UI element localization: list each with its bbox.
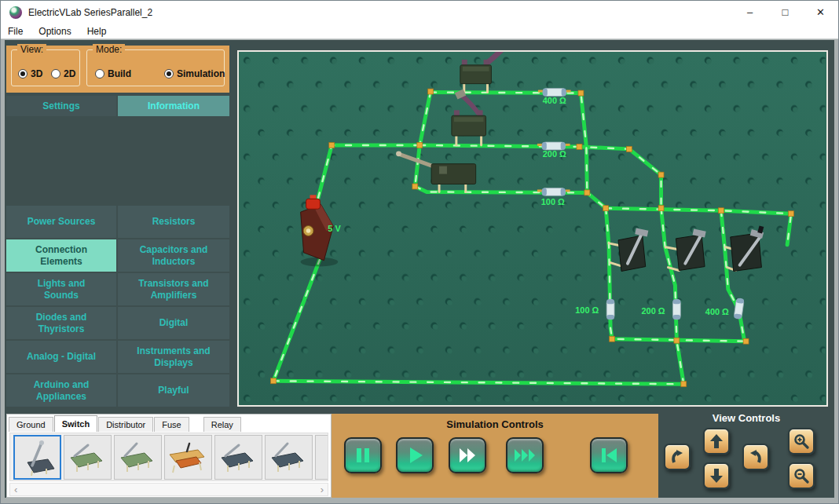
restart-button[interactable]: [590, 437, 628, 473]
radio-simulation[interactable]: [164, 69, 174, 79]
app-window: ElectricVLab SeriesParallel_2 – □ ✕ File…: [0, 0, 839, 504]
category-power-sources[interactable]: Power Sources: [6, 206, 116, 238]
title-bar: ElectricVLab SeriesParallel_2 – □ ✕: [1, 1, 838, 24]
fastest-icon: [514, 445, 536, 466]
tab-fuse[interactable]: Fuse: [154, 417, 189, 432]
tab-relay[interactable]: Relay: [203, 417, 241, 432]
simulation-controls-panel: Simulation Controls: [332, 414, 658, 498]
scroll-left-icon[interactable]: ‹: [14, 484, 17, 495]
move-up-button[interactable]: [703, 428, 730, 455]
thumbnail-switch-dark-b[interactable]: [265, 435, 313, 480]
category-transistors-amplifiers[interactable]: Transistors and Amplifiers: [118, 273, 229, 305]
tab-information[interactable]: Information: [118, 96, 229, 116]
play-button[interactable]: [396, 437, 434, 473]
play-icon: [405, 445, 425, 466]
category-capacitors-inductors[interactable]: Capacitors and Inductors: [118, 239, 229, 272]
thumbnail-scrollbar[interactable]: ‹ ›: [9, 483, 328, 496]
component-panel: Ground Switch Distributor Fuse Relay: [6, 414, 332, 498]
thumbnail-knife-switch[interactable]: [13, 435, 61, 480]
radio-3d-label: 3D: [31, 68, 42, 79]
view-group-label: View:: [17, 44, 46, 55]
rotate-right-button[interactable]: [742, 444, 769, 470]
window-bottom-border: [1, 498, 838, 503]
thumbnail-switch-dark-a[interactable]: [214, 435, 262, 480]
pause-button[interactable]: [344, 437, 382, 473]
move-down-button[interactable]: [703, 462, 730, 489]
category-lights-sounds[interactable]: Lights and Sounds: [6, 273, 116, 305]
menu-file[interactable]: File: [1, 26, 31, 37]
parallel-label-100: 100 Ω: [575, 305, 599, 315]
battery-label: 5 V: [328, 224, 341, 233]
resistor-200-parallel[interactable]: [672, 299, 680, 320]
menu-bar: File Options Help: [1, 24, 838, 39]
view-group: View: 3D 2D: [11, 49, 80, 86]
zoom-out-icon: [793, 468, 809, 484]
view-controls-panel: View Controls: [658, 408, 834, 498]
category-digital[interactable]: Digital: [118, 307, 229, 339]
mode-group: Mode: Build Simulation: [86, 49, 225, 86]
view-controls-title: View Controls: [658, 412, 834, 424]
zoom-out-button[interactable]: [788, 462, 815, 489]
fastest-button[interactable]: [506, 437, 544, 473]
category-diodes-thyristors[interactable]: Diodes and Thyristors: [6, 307, 116, 339]
rotate-left-icon: [669, 449, 685, 465]
radio-2d[interactable]: [51, 69, 60, 79]
radio-3d[interactable]: [18, 69, 27, 79]
category-grid: Power Sources Resistors Connection Eleme…: [6, 206, 229, 407]
maximize-button[interactable]: □: [768, 1, 803, 24]
category-connection-elements[interactable]: Connection Elements: [6, 239, 116, 272]
tab-distributor[interactable]: Distributor: [98, 417, 153, 432]
pause-icon: [353, 445, 373, 466]
main-area: View: 3D 2D Mode: Build Simulat: [5, 40, 834, 498]
category-instruments-displays[interactable]: Instruments and Displays: [118, 341, 229, 373]
fast-forward-icon: [457, 445, 478, 466]
rotate-left-button[interactable]: [664, 444, 691, 470]
zoom-in-button[interactable]: [788, 428, 815, 455]
window-title: ElectricVLab SeriesParallel_2: [28, 7, 152, 18]
category-analog-digital[interactable]: Analog - Digital: [6, 341, 116, 373]
thumbnail-switch-orange[interactable]: [164, 435, 212, 480]
thumbnail-partial[interactable]: [315, 435, 328, 480]
category-resistors[interactable]: Resistors: [118, 206, 229, 238]
thumbnail-switch-green-b[interactable]: [114, 435, 162, 480]
radio-build[interactable]: [95, 69, 104, 79]
series-label-400: 400 Ω: [543, 96, 566, 105]
component-thumbnail-list: [9, 433, 328, 481]
menu-help[interactable]: Help: [79, 26, 115, 37]
close-button[interactable]: ✕: [803, 1, 838, 24]
down-arrow-icon: [709, 468, 724, 484]
radio-2d-label: 2D: [64, 68, 75, 79]
menu-options[interactable]: Options: [31, 26, 79, 37]
rotate-right-icon: [748, 449, 764, 465]
scroll-right-icon[interactable]: ›: [321, 484, 324, 495]
mode-group-label: Mode:: [93, 44, 125, 55]
simulation-controls-title: Simulation Controls: [332, 418, 658, 430]
resistor-100-parallel[interactable]: [606, 299, 614, 320]
restart-icon: [599, 445, 619, 466]
parallel-label-400: 400 Ω: [705, 307, 729, 316]
radio-simulation-label: Simulation: [177, 68, 225, 79]
tab-switch[interactable]: Switch: [54, 415, 97, 432]
series-label-100: 100 Ω: [541, 197, 565, 206]
parallel-label-200: 200 Ω: [642, 306, 665, 316]
fast-forward-button[interactable]: [449, 437, 486, 473]
category-arduino-appliances[interactable]: Arduino and Appliances: [6, 374, 116, 407]
component-tabs: Ground Switch Distributor Fuse Relay: [9, 415, 242, 432]
tab-ground[interactable]: Ground: [9, 417, 53, 432]
view-mode-panel: View: 3D 2D Mode: Build Simulat: [6, 46, 229, 93]
minimize-button[interactable]: –: [732, 1, 768, 24]
tab-settings[interactable]: Settings: [6, 96, 116, 116]
up-arrow-icon: [709, 433, 724, 449]
circuit-3d-viewport[interactable]: 5 V 400 Ω 200 Ω 100 Ω 100 Ω 200 Ω 400 Ω: [237, 50, 828, 407]
zoom-in-icon: [793, 433, 809, 449]
radio-build-label: Build: [108, 68, 131, 79]
thumbnail-switch-green-a[interactable]: [64, 435, 112, 480]
series-label-200: 200 Ω: [543, 149, 566, 159]
category-playful[interactable]: Playful: [118, 374, 229, 407]
app-icon: [9, 6, 22, 19]
